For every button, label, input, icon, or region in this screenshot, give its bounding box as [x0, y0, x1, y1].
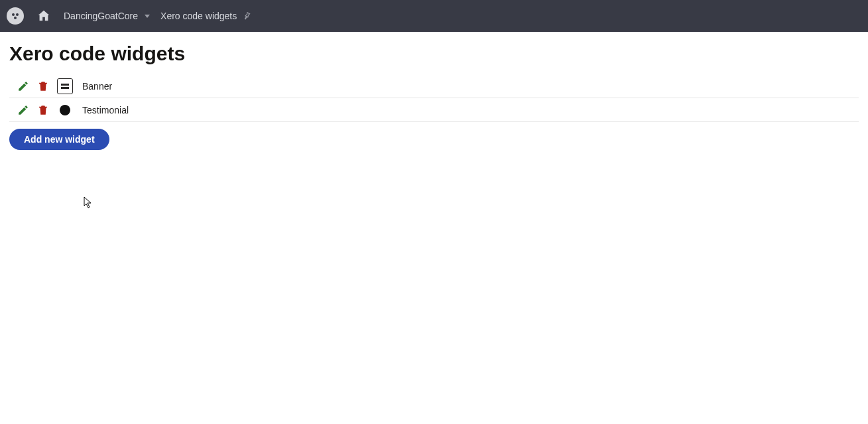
page-title: Xero code widgets: [9, 42, 859, 65]
chevron-down-icon: [145, 15, 150, 18]
breadcrumb-site[interactable]: DancingGoatCore: [64, 11, 150, 21]
widget-list: Banner Testimonial: [9, 74, 859, 122]
add-new-widget-button[interactable]: Add new widget: [9, 129, 109, 150]
content-area: Xero code widgets Banner: [0, 32, 868, 150]
banner-icon: [60, 82, 70, 91]
trash-icon: [37, 104, 49, 116]
svg-point-1: [16, 13, 19, 16]
breadcrumb-current: Xero code widgets: [160, 11, 251, 21]
pencil-icon: [17, 104, 29, 116]
edit-widget-button[interactable]: [13, 100, 33, 120]
widget-row: Testimonial: [9, 98, 859, 122]
widget-name: Testimonial: [73, 105, 129, 115]
svg-rect-3: [61, 84, 69, 86]
delete-widget-button[interactable]: [33, 100, 53, 120]
trash-icon: [37, 80, 49, 92]
svg-point-0: [12, 13, 15, 16]
app-dots-icon: [10, 11, 21, 21]
breadcrumb-current-label: Xero code widgets: [160, 11, 237, 21]
pin-icon: [242, 11, 251, 21]
widget-type-icon-box: [57, 78, 73, 94]
widget-type-icon-box: [57, 102, 73, 118]
pencil-icon: [17, 80, 29, 92]
edit-widget-button[interactable]: [13, 76, 33, 96]
circle-icon: [59, 104, 71, 116]
pin-button[interactable]: [242, 11, 251, 21]
home-button[interactable]: [34, 7, 53, 25]
home-icon: [36, 9, 51, 23]
svg-point-2: [14, 17, 17, 19]
delete-widget-button[interactable]: [33, 76, 53, 96]
top-bar: DancingGoatCore Xero code widgets: [0, 0, 868, 32]
cursor-icon: [84, 196, 93, 208]
app-launcher-button[interactable]: [7, 7, 24, 25]
widget-row: Banner: [9, 74, 859, 98]
breadcrumb-site-label: DancingGoatCore: [64, 11, 138, 21]
svg-point-5: [60, 105, 70, 115]
svg-rect-4: [61, 87, 69, 89]
widget-name: Banner: [73, 81, 112, 92]
